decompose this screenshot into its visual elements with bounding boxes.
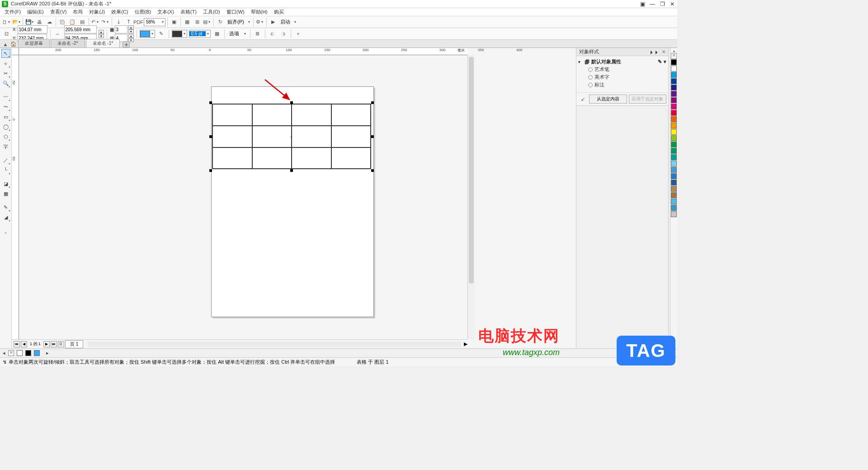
snap-label[interactable]: 贴齐(P): [226, 19, 246, 25]
last-page-icon[interactable]: ⏭: [51, 341, 57, 347]
new-style-icon[interactable]: ✎: [658, 59, 662, 65]
eyedropper-tool-icon[interactable]: ✎: [1, 203, 10, 212]
tree-item-artistictext[interactable]: 美术字: [578, 73, 666, 81]
dimension-tool-icon[interactable]: ／: [1, 156, 10, 165]
color-swatch[interactable]: [671, 192, 677, 198]
add-page-icon[interactable]: 🗋: [58, 341, 64, 347]
menu-help[interactable]: 帮助(H): [248, 8, 270, 16]
tab-doc2[interactable]: 未命名 -2*: [51, 39, 85, 47]
rows-spinner[interactable]: ▴▾: [128, 25, 134, 33]
sel-handle-ml[interactable]: [209, 135, 212, 138]
size-spinner[interactable]: ▴▾: [99, 30, 104, 38]
prev-page-icon[interactable]: ◀: [21, 341, 27, 347]
page-tab-1[interactable]: 页 1: [65, 340, 83, 348]
crop-tool-icon[interactable]: ✂: [1, 69, 10, 78]
color-swatch[interactable]: [671, 173, 677, 179]
new-icon[interactable]: 🗋▾: [2, 18, 11, 27]
sel-handle-tr[interactable]: [371, 101, 374, 104]
docker-close-icon[interactable]: ✕: [662, 49, 665, 55]
pick-tool-quick-icon[interactable]: ▲: [2, 41, 9, 47]
first-page-icon[interactable]: ⏮: [14, 341, 20, 347]
tree-item-callout[interactable]: 标注: [578, 81, 666, 89]
rows-input[interactable]: [115, 25, 127, 33]
sel-handle-bm[interactable]: [290, 169, 293, 172]
color-swatch[interactable]: [671, 211, 677, 217]
doc-swatch[interactable]: [25, 350, 31, 356]
launch-icon[interactable]: ▶: [269, 18, 278, 27]
add-tab-icon[interactable]: ＋: [123, 41, 130, 47]
home-tab-icon[interactable]: 🏠: [9, 40, 18, 47]
window-options-icon[interactable]: ▣: [639, 1, 646, 7]
color-swatch[interactable]: [671, 66, 677, 71]
transparency-tool-icon[interactable]: ▩: [1, 189, 10, 198]
color-swatch[interactable]: [671, 72, 677, 78]
doc-swatch[interactable]: [34, 350, 40, 356]
color-swatch[interactable]: [671, 123, 677, 128]
color-swatch[interactable]: [671, 110, 677, 116]
tab-doc1[interactable]: 未命名 -1*: [86, 39, 120, 47]
menu-effects[interactable]: 效果(C): [108, 8, 131, 16]
rectangle-tool-icon[interactable]: ▭: [1, 112, 10, 121]
color-swatch[interactable]: [671, 59, 677, 65]
color-swatch[interactable]: [671, 180, 677, 185]
from-selection-button[interactable]: 从选定内容: [589, 95, 627, 104]
toolbox-add-icon[interactable]: ＋: [1, 228, 10, 237]
pdf-icon[interactable]: PDF: [134, 18, 143, 27]
outline-width-combo[interactable]: 0.5 pt ▾: [189, 30, 211, 38]
no-color-swatch[interactable]: [671, 53, 677, 59]
color-swatch[interactable]: [671, 199, 677, 204]
text-tool-icon[interactable]: 字: [1, 142, 10, 151]
color-swatch[interactable]: [671, 104, 677, 109]
menu-window[interactable]: 窗口(W): [224, 8, 247, 16]
ellipse-tool-icon[interactable]: ◯: [1, 122, 10, 131]
options-label[interactable]: 选项: [227, 30, 241, 37]
doc-swatch[interactable]: [17, 350, 23, 356]
vertical-scrollbar[interactable]: [467, 55, 475, 339]
sel-handle-mr[interactable]: [371, 135, 374, 138]
dropshadow-tool-icon[interactable]: ◪: [1, 179, 10, 188]
wrap-text-icon[interactable]: ≣: [253, 29, 262, 38]
color-swatch[interactable]: [671, 205, 677, 211]
color-swatch[interactable]: [671, 97, 677, 103]
refresh-icon[interactable]: ↻: [216, 18, 225, 27]
horizontal-scrollbar[interactable]: [88, 342, 461, 347]
doc-palette-left-icon[interactable]: ◂: [3, 350, 5, 356]
snap-grid-icon[interactable]: ▦: [183, 18, 192, 27]
sel-handle-br[interactable]: [371, 169, 374, 172]
fullscreen-icon[interactable]: ▣: [170, 18, 179, 27]
color-swatch[interactable]: [671, 161, 677, 166]
color-swatch[interactable]: [671, 116, 677, 122]
options-gear-icon[interactable]: ⚙▾: [255, 18, 264, 27]
next-page-icon[interactable]: ▶: [43, 341, 50, 347]
collapse-icon[interactable]: ▾: [578, 60, 583, 64]
ruler-vertical[interactable]: 50 0 50: [12, 55, 19, 339]
docker-menu-icon[interactable]: ⏵⏵: [649, 49, 659, 55]
snap-guides-icon[interactable]: ⊞: [193, 18, 202, 27]
polygon-tool-icon[interactable]: ⬠: [1, 132, 10, 141]
width-input[interactable]: [64, 25, 97, 33]
docker-header[interactable]: 对象样式 ⏵⏵ ✕: [576, 48, 668, 56]
shape-tool-icon[interactable]: ⟡: [1, 59, 10, 68]
pick-tool-icon[interactable]: ↖: [1, 49, 10, 58]
x-input[interactable]: [18, 25, 47, 33]
color-swatch[interactable]: [671, 167, 677, 173]
doc-palette-add-icon[interactable]: ▸: [46, 350, 49, 356]
scroll-right-icon[interactable]: ▶: [464, 341, 467, 347]
menu-edit[interactable]: 编辑(E): [24, 8, 47, 16]
fill-tool-icon[interactable]: ◢: [1, 213, 10, 222]
menu-table[interactable]: 表格(T): [178, 8, 199, 16]
color-swatch[interactable]: [671, 142, 677, 147]
color-swatch[interactable]: [671, 85, 677, 90]
zoom-combo[interactable]: 58% ▾: [144, 18, 165, 26]
doc-no-color[interactable]: [8, 350, 14, 356]
front-icon[interactable]: ◑: [279, 29, 288, 38]
connector-tool-icon[interactable]: ╰: [1, 166, 10, 175]
freehand-tool-icon[interactable]: 〰: [1, 92, 10, 101]
artistic-media-icon[interactable]: 〜: [1, 102, 10, 111]
border-icon[interactable]: ▦: [212, 29, 222, 38]
color-swatch[interactable]: [671, 91, 677, 97]
menu-bitmap[interactable]: 位图(B): [132, 8, 154, 16]
zoom-tool-icon[interactable]: 🔍: [1, 79, 10, 88]
menu-buy[interactable]: 购买: [271, 8, 287, 16]
menu-view[interactable]: 查看(V): [47, 8, 70, 16]
